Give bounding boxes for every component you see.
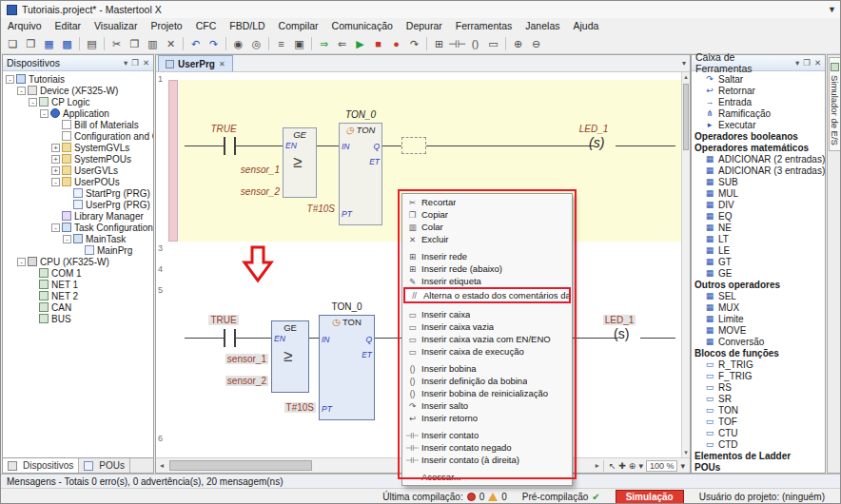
- tree-item-cp-logic[interactable]: - CP Logic: [3, 96, 153, 107]
- context-menu-colar[interactable]: ▥ Colar: [403, 221, 571, 233]
- toolbox-section-operadores-matematicos[interactable]: Operadores matemáticos: [692, 142, 825, 153]
- open-project-icon[interactable]: ❒: [22, 35, 40, 52]
- tree-item-mainprg[interactable]: MainPrg: [3, 244, 153, 256]
- save-all-icon[interactable]: ▩: [58, 35, 76, 52]
- insert-box-icon[interactable]: ▭: [484, 35, 502, 52]
- tool-mul[interactable]: ▦ MUL: [692, 187, 825, 199]
- tree-expander-icon[interactable]: +: [51, 144, 60, 152]
- redo-icon[interactable]: ↷: [205, 35, 223, 52]
- network-number[interactable]: 5: [158, 285, 167, 295]
- net1-coil-operand[interactable]: LED_1: [571, 124, 616, 134]
- network-number[interactable]: 3: [158, 243, 167, 253]
- paste-icon[interactable]: ▥: [144, 35, 162, 52]
- tool-adicionar-3-entradas[interactable]: ▦ ADICIONAR (3 entradas): [692, 165, 825, 176]
- scroll-right-icon[interactable]: ▸: [592, 461, 603, 470]
- logout-icon[interactable]: ⇐: [333, 35, 351, 52]
- scroll-down-icon[interactable]: ▾: [682, 448, 690, 457]
- net1-ton-block[interactable]: ◷ TON IN Q ET PT: [339, 123, 382, 225]
- scroll-left-icon[interactable]: ◂: [156, 461, 167, 470]
- tree-item-com1[interactable]: COM 1: [3, 267, 153, 279]
- tree-item-startprg[interactable]: StartPrg (PRG): [3, 187, 153, 199]
- menu-depurar[interactable]: Depurar: [400, 19, 449, 32]
- toolbox-section-blocos-de-funcoes[interactable]: Blocos de funções: [692, 347, 825, 359]
- tool-r-trig[interactable]: ▭ R_TRIG: [692, 359, 825, 370]
- tree-item-library-manager[interactable]: Library Manager: [3, 210, 153, 222]
- tool-sel[interactable]: ▦ SEL: [692, 290, 825, 301]
- panel-menu-icon[interactable]: ▾: [795, 58, 799, 68]
- context-menu-inserir-contato-negado[interactable]: ⊣⊢ Inserir contato negado: [403, 441, 571, 454]
- toolbox-section-elementos-de-ladder[interactable]: Elementos de Ladder: [692, 450, 825, 461]
- tree-item-device[interactable]: - Device (XF325-W): [3, 85, 153, 96]
- breakpoint-icon[interactable]: ●: [387, 35, 405, 52]
- tool-ctu[interactable]: ▭ CTU: [692, 427, 825, 438]
- zoom-out-icon[interactable]: ⊖: [527, 35, 545, 52]
- panel-float-icon[interactable]: ❐: [131, 58, 139, 68]
- context-menu-inserir-contato[interactable]: ⊣⊢ Inserir contato: [403, 429, 571, 441]
- toolbox-section-operadores-booleanos[interactable]: Operadores booleanos: [692, 130, 825, 142]
- panel-float-icon[interactable]: ❐: [803, 58, 811, 68]
- toolbar-separator[interactable]: [225, 37, 226, 50]
- context-menu-acessar[interactable]: Acessar...: [403, 471, 571, 483]
- net1-ge-block[interactable]: GE EN ≥: [283, 127, 317, 198]
- context-menu-inserir-salto[interactable]: ↷ Inserir salto: [403, 399, 571, 412]
- undo-icon[interactable]: ↶: [186, 35, 205, 52]
- insert-network-icon[interactable]: ⊞: [430, 35, 448, 52]
- toolbar-separator[interactable]: [311, 37, 312, 50]
- tree-item-application[interactable]: - Application: [3, 107, 153, 119]
- tree-expander-icon[interactable]: -: [63, 235, 71, 243]
- delete-icon[interactable]: ✕: [162, 35, 180, 52]
- context-menu-excluir[interactable]: ✕ Excluir: [403, 233, 571, 245]
- context-menu-copiar[interactable]: ❐ Copiar: [403, 208, 571, 221]
- tree-expander-icon[interactable]: [29, 281, 37, 289]
- tree-expander-icon[interactable]: [63, 189, 71, 198]
- scroll-up-icon[interactable]: ▴: [682, 72, 690, 82]
- new-project-icon[interactable]: ❏: [4, 35, 22, 52]
- tree-expander-icon[interactable]: [51, 212, 60, 221]
- print-icon[interactable]: ▤: [83, 35, 101, 52]
- tree-item-net2[interactable]: NET 2: [3, 290, 153, 301]
- context-menu-inserir-rede[interactable]: ⊞ Inserir rede: [403, 250, 571, 262]
- save-icon[interactable]: ▦: [40, 35, 58, 52]
- rebuild-icon[interactable]: ▣: [290, 35, 308, 52]
- tool-f-trig[interactable]: ▭ F_TRIG: [692, 370, 825, 381]
- net2-operand-sensor2[interactable]: sensor_2: [192, 376, 268, 386]
- tree-expander-icon[interactable]: [74, 246, 83, 255]
- tool-executar[interactable]: ▸ Executar: [692, 119, 825, 130]
- tree-expander-icon[interactable]: [29, 269, 37, 278]
- net2-coil-operand[interactable]: LED_1: [596, 315, 643, 325]
- context-menu-alterna-comentarios[interactable]: // Alterna o estado dos comentários da r…: [403, 287, 571, 303]
- panel-close-icon[interactable]: ✕: [143, 58, 149, 68]
- tree-item-cpu[interactable]: - CPU (XF325-W): [3, 256, 153, 267]
- tree-expander-icon[interactable]: [51, 132, 60, 141]
- tool-lt[interactable]: ▦ LT: [692, 233, 825, 244]
- panel-menu-icon[interactable]: ▾: [124, 58, 127, 68]
- tree-expander-icon[interactable]: +: [51, 166, 60, 175]
- pan-icon[interactable]: ✚: [618, 461, 626, 471]
- panel-close-icon[interactable]: ✕: [814, 58, 821, 68]
- tool-sub[interactable]: ▦ SUB: [692, 176, 825, 187]
- net2-contact-operand[interactable]: TRUE: [202, 315, 245, 325]
- network-number[interactable]: 4: [158, 264, 167, 274]
- menu-ferramentas[interactable]: Ferramentas: [449, 19, 519, 32]
- copy-icon[interactable]: ❐: [126, 35, 144, 52]
- start-icon[interactable]: ▶: [351, 35, 369, 52]
- tree-expander-icon[interactable]: +: [51, 155, 60, 164]
- net2-set-coil[interactable]: (s): [614, 326, 629, 341]
- find-icon[interactable]: ◉: [229, 35, 247, 52]
- tree-item-systempous[interactable]: + SystemPOUs: [3, 153, 153, 165]
- tool-div[interactable]: ▦ DIV: [692, 199, 825, 210]
- tool-ton[interactable]: ▭ TON: [692, 404, 825, 416]
- network-number[interactable]: 6: [158, 434, 167, 443]
- tree-expander-icon[interactable]: -: [29, 98, 37, 107]
- zoom-level-value[interactable]: 100 %: [646, 460, 678, 472]
- net2-operand-pt[interactable]: T#10S: [272, 402, 316, 413]
- horizontal-scroll-thumb[interactable]: [169, 460, 312, 471]
- tool-tof[interactable]: ▭ TOF: [692, 416, 825, 427]
- tool-conversao[interactable]: ▦ Conversão: [692, 336, 825, 347]
- toolbar-separator[interactable]: [183, 37, 184, 50]
- net2-operand-sensor1[interactable]: sensor_1: [192, 354, 268, 364]
- menu-fbdld[interactable]: FBD/LD: [223, 19, 271, 32]
- menu-compilar[interactable]: Compilar: [272, 19, 325, 32]
- menu-projeto[interactable]: Projeto: [144, 19, 188, 32]
- tree-expander-icon[interactable]: -: [17, 258, 26, 266]
